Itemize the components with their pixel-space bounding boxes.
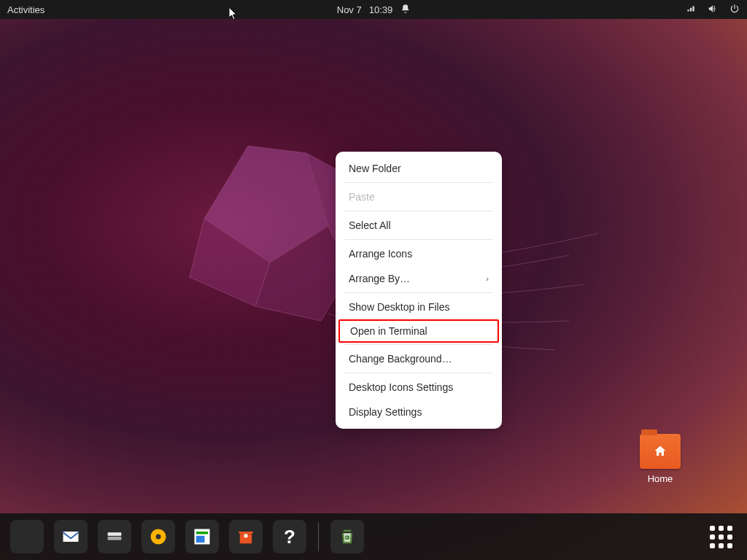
svg-rect-5 [108, 537, 122, 540]
topbar-date: Nov 7 [337, 4, 362, 15]
svg-rect-4 [108, 532, 122, 536]
menu-label: New Folder [349, 163, 401, 174]
dock-thunderbird[interactable] [54, 520, 88, 553]
desktop-home-folder[interactable]: Home [635, 434, 686, 484]
menu-separator [344, 292, 493, 293]
menu-label: Paste [349, 191, 375, 203]
menu-select-all[interactable]: Select All [336, 213, 502, 238]
menu-new-folder[interactable]: New Folder [336, 156, 502, 181]
menu-paste: Paste [336, 184, 502, 209]
svg-rect-10 [196, 536, 205, 542]
dock: ? [0, 513, 747, 560]
activities-button[interactable]: Activities [7, 4, 44, 15]
chevron-right-icon: › [486, 274, 489, 283]
menu-arrange-icons[interactable]: Arrange Icons [336, 241, 502, 266]
menu-show-desktop-files[interactable]: Show Desktop in Files [336, 295, 502, 319]
menu-label: Open in Terminal [350, 325, 427, 337]
menu-label: Arrange Icons [349, 248, 412, 260]
svg-marker-0 [204, 146, 328, 262]
dock-trash[interactable] [330, 520, 364, 553]
menu-label: Select All [349, 219, 391, 231]
dock-files[interactable] [98, 520, 131, 553]
dock-rhythmbox[interactable] [142, 520, 175, 553]
clock-area[interactable]: Nov 7 10:39 [337, 4, 411, 16]
menu-separator [344, 182, 493, 183]
desktop-context-menu: New Folder Paste Select All Arrange Icon… [336, 152, 502, 429]
notification-icon[interactable] [400, 4, 410, 16]
menu-separator [344, 211, 493, 211]
dock-help[interactable]: ? [273, 520, 306, 553]
menu-arrange-by[interactable]: Arrange By… › [336, 266, 502, 291]
menu-label: Display Settings [349, 406, 422, 418]
dock-separator [318, 522, 319, 551]
svg-rect-12 [244, 534, 248, 538]
menu-separator [344, 344, 493, 345]
menu-separator [344, 239, 493, 240]
menu-change-background[interactable]: Change Background… [336, 346, 502, 371]
show-applications-button[interactable] [705, 521, 737, 553]
network-icon[interactable] [686, 4, 696, 16]
menu-label: Desktop Icons Settings [349, 381, 453, 393]
menu-label: Show Desktop in Files [349, 301, 450, 313]
menu-label: Change Background… [349, 353, 452, 365]
folder-icon [640, 434, 681, 469]
menu-display-settings[interactable]: Display Settings [336, 400, 502, 424]
dock-firefox[interactable] [10, 520, 44, 553]
svg-rect-9 [196, 532, 208, 534]
desktop-icon-label: Home [635, 473, 686, 484]
power-icon[interactable] [729, 4, 740, 16]
volume-icon[interactable] [708, 4, 718, 16]
dock-software[interactable] [229, 520, 263, 553]
topbar-time: 10:39 [369, 4, 393, 15]
menu-desktop-icons-settings[interactable]: Desktop Icons Settings [336, 375, 502, 400]
svg-point-7 [156, 534, 161, 540]
menu-open-in-terminal[interactable]: Open in Terminal [338, 319, 499, 343]
home-icon [653, 444, 667, 457]
top-bar: Activities Nov 7 10:39 [0, 0, 747, 19]
menu-separator [344, 373, 493, 373]
svg-marker-1 [190, 219, 270, 306]
menu-label: Arrange By… [349, 273, 410, 284]
dock-libreoffice[interactable] [185, 520, 219, 553]
